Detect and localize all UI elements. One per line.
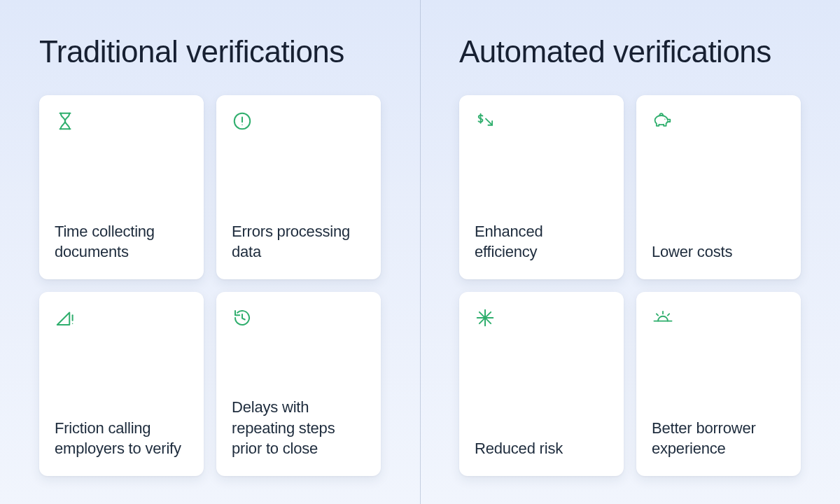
svg-line-14 xyxy=(657,314,658,315)
hourglass-icon xyxy=(55,111,77,133)
card-lower-costs: Lower costs xyxy=(636,95,801,279)
sunrise-icon xyxy=(652,307,674,330)
card-friction-calling: Friction calling employers to verify xyxy=(39,292,204,476)
card-label: Lower costs xyxy=(652,241,785,262)
svg-line-6 xyxy=(486,118,492,125)
svg-point-4 xyxy=(72,323,74,324)
vertical-divider xyxy=(420,0,421,504)
card-label: Enhanced efficiency xyxy=(475,221,608,262)
heading-traditional: Traditional verifications xyxy=(39,34,381,70)
comparison-diagram: Traditional verifications Time collectin… xyxy=(0,0,840,504)
heading-automated: Automated verifications xyxy=(459,34,801,70)
column-automated: Automated verifications Enhanced efficie… xyxy=(420,0,840,504)
clock-back-icon xyxy=(232,307,254,330)
card-delays-repeating: Delays with repeating steps prior to clo… xyxy=(216,292,381,476)
svg-point-2 xyxy=(241,124,243,125)
svg-point-7 xyxy=(664,118,665,119)
column-traditional: Traditional verifications Time collectin… xyxy=(0,0,420,504)
card-errors-processing: Errors processing data xyxy=(216,95,381,279)
card-time-collecting: Time collecting documents xyxy=(39,95,204,279)
card-reduced-risk: Reduced risk xyxy=(459,292,624,476)
card-label: Reduced risk xyxy=(475,438,608,459)
card-label: Time collecting documents xyxy=(55,221,188,262)
asterisk-icon xyxy=(475,307,497,330)
card-grid-automated: Enhanced efficiency Lower costs xyxy=(459,95,801,476)
card-better-experience: Better borrower experience xyxy=(636,292,801,476)
card-label: Errors processing data xyxy=(232,221,365,262)
dollar-arrow-icon xyxy=(475,111,497,133)
piggy-bank-icon xyxy=(652,111,674,133)
card-label: Friction calling employers to verify xyxy=(55,418,188,459)
card-enhanced-efficiency: Enhanced efficiency xyxy=(459,95,624,279)
no-signal-icon xyxy=(55,307,77,330)
card-label: Better borrower experience xyxy=(652,418,785,459)
alert-circle-icon xyxy=(232,111,254,133)
card-grid-traditional: Time collecting documents Errors process… xyxy=(39,95,381,476)
card-label: Delays with repeating steps prior to clo… xyxy=(232,397,365,459)
svg-line-15 xyxy=(668,314,669,315)
